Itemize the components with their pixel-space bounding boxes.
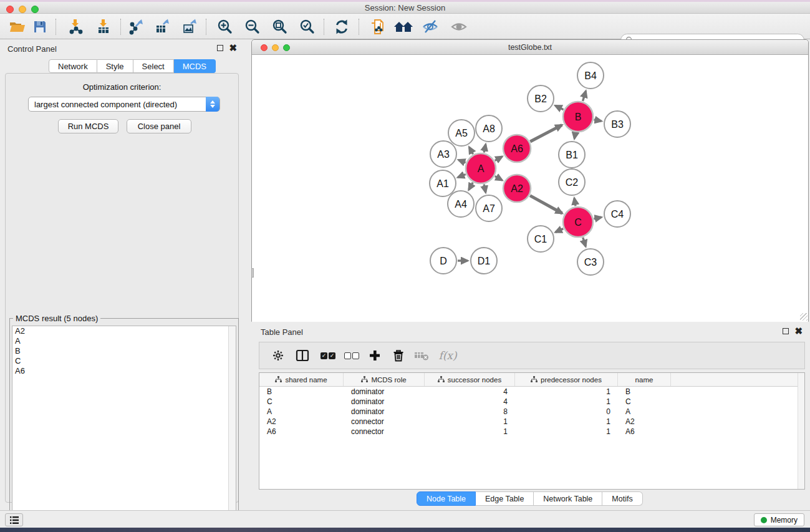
cell-successor-nodes[interactable]: 1 [425,427,515,436]
minimize-window-button[interactable] [19,6,26,13]
criterion-select[interactable]: largest connected component (directed) [28,97,220,112]
zoom-fit-icon[interactable] [269,16,291,37]
result-item[interactable]: A [12,336,236,346]
refresh-icon[interactable] [330,16,353,37]
cell-predecessor-nodes[interactable]: 0 [515,407,618,416]
export-table-icon[interactable] [152,16,174,37]
table-scrollbar[interactable] [798,373,804,489]
column-header-shared-name[interactable]: shared name [259,373,344,386]
cell-name[interactable]: A2 [618,417,671,426]
export-image-icon[interactable] [179,16,201,37]
edge-C-C2[interactable] [574,198,576,206]
edge-C-C3[interactable] [583,238,586,246]
edge-C-C1[interactable] [556,229,564,233]
minimize-network-button[interactable] [272,44,279,51]
cell-shared-name[interactable]: A6 [259,427,344,436]
zoom-selected-icon[interactable] [296,16,319,37]
edge-A-A8[interactable] [484,144,486,152]
clone-network-icon[interactable] [366,16,388,37]
select-all-icon[interactable]: ✓✓ [317,342,339,369]
cell-name[interactable]: A6 [618,427,671,436]
cell-mcds-role[interactable]: connector [344,427,425,436]
float-panel-icon[interactable] [217,45,223,51]
cell-name[interactable]: B [618,387,671,396]
network-canvas[interactable]: B4B2BB3A8A5A6A3B1AC2A1A2A4A7C4CC1DD1C3 [252,56,808,322]
zoom-in-icon[interactable] [214,16,236,37]
cell-mcds-role[interactable]: connector [344,417,425,426]
table-row[interactable]: Cdominator41C [259,397,804,407]
edge-C-C4[interactable] [594,217,601,218]
cell-shared-name[interactable]: C [259,397,344,406]
export-network-icon[interactable] [125,16,148,37]
memory-button[interactable]: Memory [754,513,804,526]
maximize-window-button[interactable] [31,6,39,13]
home-icon[interactable] [392,16,415,37]
task-history-button[interactable] [5,513,23,526]
network-window-titlebar[interactable]: testGlobe.txt [252,40,808,55]
network-graph[interactable]: B4B2BB3A8A5A6A3B1AC2A1A2A4A7C4CC1DD1C3 [252,56,808,322]
tab-style[interactable]: Style [97,59,133,73]
table-row[interactable]: Bdominator41B [259,387,804,397]
cell-successor-nodes[interactable]: 8 [425,407,515,416]
cell-predecessor-nodes[interactable]: 1 [515,387,618,396]
close-window-button[interactable] [6,6,14,13]
cell-predecessor-nodes[interactable]: 1 [515,427,618,436]
tab-network-table[interactable]: Network Table [534,491,602,506]
show-eye-icon[interactable] [448,16,470,37]
hide-panel-icon[interactable] [419,16,441,37]
column-header-name[interactable]: name [618,373,671,386]
result-item[interactable]: A2 [12,326,236,336]
column-header-predecessor-nodes[interactable]: predecessor nodes [515,373,618,386]
cell-shared-name[interactable]: B [259,387,344,396]
edge-A-A7[interactable] [484,184,486,192]
edge-A-A6[interactable] [495,157,503,160]
tab-motifs[interactable]: Motifs [602,491,642,506]
deselect-all-icon[interactable] [341,342,362,369]
cell-shared-name[interactable]: A [259,407,344,416]
edge-A6-B[interactable] [530,125,562,142]
cell-mcds-role[interactable]: dominator [344,397,425,406]
result-item[interactable]: C [12,356,236,366]
edge-A-A3[interactable] [458,160,465,162]
edge-A-A2[interactable] [495,177,503,180]
result-scrollbar[interactable] [228,326,236,530]
mcds-result-list[interactable]: A2ABCA6 [12,326,236,531]
maximize-network-button[interactable] [283,44,290,51]
delete-row-icon[interactable] [388,342,409,369]
node-table[interactable]: shared nameMCDS rolesuccessor nodesprede… [259,372,805,490]
cell-shared-name[interactable]: A2 [259,417,344,426]
tab-mcds[interactable]: MCDS [174,59,216,73]
cell-name[interactable]: C [618,397,671,406]
edge-A-A4[interactable] [469,183,473,190]
cell-name[interactable]: A [618,407,671,416]
result-item[interactable]: B [12,346,236,356]
cell-successor-nodes[interactable]: 4 [425,397,515,406]
import-network-icon[interactable] [64,16,87,37]
cell-mcds-role[interactable]: dominator [344,407,425,416]
column-header-mcds-role[interactable]: MCDS role [344,373,425,386]
run-mcds-button[interactable]: Run MCDS [58,119,118,133]
close-table-panel-icon[interactable]: ✖ [794,328,803,334]
cell-successor-nodes[interactable]: 4 [425,387,515,396]
show-columns-icon[interactable] [292,342,312,369]
close-network-button[interactable] [261,44,268,51]
edge-B-B2[interactable] [555,105,563,109]
save-session-icon[interactable] [29,16,51,37]
settings-icon[interactable] [268,342,288,369]
import-table-icon[interactable] [92,16,115,37]
edge-B-B3[interactable] [594,120,602,121]
tab-select[interactable]: Select [133,59,174,73]
splitter-handle[interactable] [251,268,254,278]
table-row[interactable]: A2connector11A2 [259,417,804,427]
edge-A-A1[interactable] [458,175,466,178]
cell-successor-nodes[interactable]: 1 [425,417,515,426]
tab-node-table[interactable]: Node Table [417,491,476,506]
column-header-successor-nodes[interactable]: successor nodes [425,373,515,386]
edge-B-B4[interactable] [583,91,586,101]
cell-predecessor-nodes[interactable]: 1 [515,417,618,426]
edge-A-A5[interactable] [469,147,473,154]
cell-mcds-role[interactable]: dominator [344,387,425,396]
float-table-panel-icon[interactable] [783,328,789,334]
cell-predecessor-nodes[interactable]: 1 [515,397,618,406]
add-row-icon[interactable] [364,342,385,369]
